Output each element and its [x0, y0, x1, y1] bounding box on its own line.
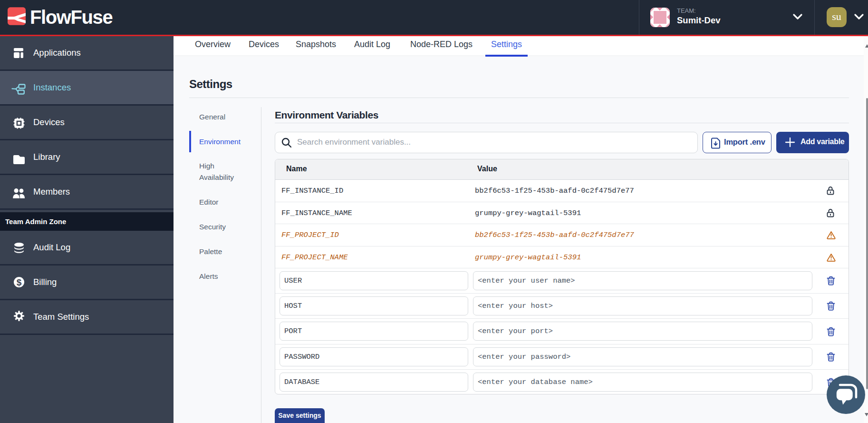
- svg-text:$: $: [17, 277, 22, 287]
